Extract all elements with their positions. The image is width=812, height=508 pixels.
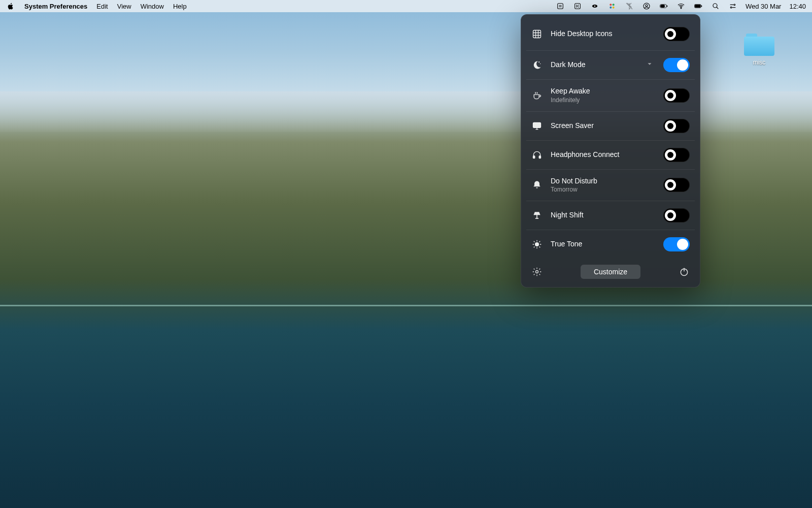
monitor-icon — [531, 120, 543, 132]
row-label: Do Not Disturb — [551, 177, 655, 186]
wallpaper-shoreline — [0, 305, 812, 306]
apple-menu-icon[interactable] — [6, 2, 15, 11]
row-night-shift[interactable]: Night Shift — [526, 201, 695, 230]
control-center-icon[interactable] — [728, 2, 737, 11]
toggle-hide-desktop-icons[interactable] — [663, 27, 690, 41]
toggle-headphones-connect[interactable] — [663, 148, 690, 162]
svg-point-8 — [646, 5, 648, 7]
menubar-time[interactable]: 12:40 — [789, 3, 806, 10]
svg-rect-22 — [533, 122, 541, 128]
svg-point-5 — [610, 7, 612, 9]
bell-icon — [531, 179, 543, 190]
svg-rect-23 — [533, 155, 535, 158]
svg-point-27 — [535, 243, 539, 246]
svg-point-28 — [536, 271, 538, 273]
battery-pill-icon[interactable] — [659, 2, 668, 11]
menubar-extra-app-3-icon[interactable] — [590, 2, 599, 11]
true-tone-icon — [531, 239, 543, 250]
svg-point-4 — [613, 4, 615, 6]
spotlight-search-icon[interactable] — [711, 2, 720, 11]
wifi-icon[interactable] — [676, 2, 686, 11]
svg-rect-14 — [695, 5, 700, 8]
row-label: Night Shift — [551, 211, 655, 220]
svg-rect-10 — [661, 5, 665, 8]
toggle-keep-awake[interactable] — [663, 88, 690, 103]
menubar-extra-app-2-icon[interactable] — [573, 2, 582, 11]
row-screen-saver[interactable]: Screen Saver — [526, 111, 695, 140]
toggle-do-not-disturb[interactable] — [663, 178, 690, 192]
row-label: Hide Desktop Icons — [551, 29, 655, 39]
svg-point-21 — [540, 64, 541, 65]
row-sublabel: Indefinitely — [551, 97, 655, 104]
chevron-down-icon[interactable] — [646, 60, 653, 70]
svg-rect-25 — [536, 215, 537, 218]
menubar-extra-app-1-icon[interactable] — [556, 2, 565, 11]
user-account-icon[interactable] — [642, 2, 651, 11]
svg-point-20 — [538, 61, 539, 62]
svg-point-6 — [613, 7, 615, 9]
toggle-true-tone[interactable] — [663, 237, 690, 251]
bluetooth-off-icon[interactable] — [625, 2, 634, 11]
power-icon[interactable] — [679, 266, 690, 277]
settings-gear-icon[interactable] — [531, 266, 543, 277]
svg-point-3 — [610, 4, 612, 6]
row-keep-awake[interactable]: Keep Awake Indefinitely — [526, 79, 695, 111]
svg-rect-19 — [533, 30, 541, 38]
menubar-date[interactable]: Wed 30 Mar — [746, 3, 782, 10]
toggle-dark-mode[interactable] — [663, 58, 690, 72]
lamp-icon — [531, 210, 543, 221]
svg-rect-11 — [667, 6, 667, 7]
svg-point-12 — [681, 8, 682, 9]
row-do-not-disturb[interactable]: Do Not Disturb Tomorrow — [526, 169, 695, 201]
row-label: Screen Saver — [551, 121, 655, 131]
row-headphones-connect[interactable]: Headphones Connect — [526, 140, 695, 169]
row-label: Headphones Connect — [551, 150, 655, 160]
toggle-night-shift[interactable] — [663, 208, 690, 223]
folder-icon — [744, 34, 774, 56]
svg-rect-24 — [539, 155, 540, 158]
row-label: Dark Mode — [551, 60, 638, 70]
customize-button[interactable]: Customize — [581, 265, 640, 279]
coffee-cup-icon — [531, 90, 543, 101]
menubar-menu-view[interactable]: View — [117, 3, 131, 10]
svg-point-2 — [594, 6, 596, 7]
row-label: True Tone — [551, 240, 655, 249]
svg-point-16 — [713, 4, 717, 8]
grid-icon — [531, 28, 543, 40]
svg-point-17 — [734, 4, 735, 6]
moon-icon — [531, 59, 543, 71]
row-dark-mode[interactable]: Dark Mode — [526, 50, 695, 79]
menubar-menu-window[interactable]: Window — [141, 3, 164, 10]
svg-rect-26 — [535, 218, 539, 219]
desktop-folder-label: misc — [739, 59, 780, 66]
battery-icon[interactable] — [694, 2, 703, 11]
panel-footer: Customize — [521, 259, 700, 280]
desktop-folder-misc[interactable]: misc — [739, 34, 780, 66]
menubar-menu-edit[interactable]: Edit — [96, 3, 108, 10]
row-hide-desktop-icons[interactable]: Hide Desktop Icons — [521, 18, 700, 50]
row-sublabel: Tomorrow — [551, 186, 655, 194]
svg-rect-15 — [701, 6, 702, 7]
menubar: System Preferences Edit View Window Help — [0, 0, 812, 12]
row-true-tone[interactable]: True Tone — [526, 230, 695, 259]
headphones-icon — [531, 149, 543, 161]
menubar-menu-help[interactable]: Help — [173, 3, 187, 10]
menubar-extra-app-4-icon[interactable] — [607, 2, 617, 11]
quick-toggles-panel: Hide Desktop Icons Dark Mode Keep Awake … — [521, 14, 700, 288]
row-label: Keep Awake — [551, 87, 655, 96]
svg-point-18 — [730, 7, 732, 8]
toggle-screen-saver[interactable] — [663, 119, 690, 133]
menubar-app-name[interactable]: System Preferences — [24, 3, 87, 10]
svg-rect-0 — [558, 4, 563, 9]
